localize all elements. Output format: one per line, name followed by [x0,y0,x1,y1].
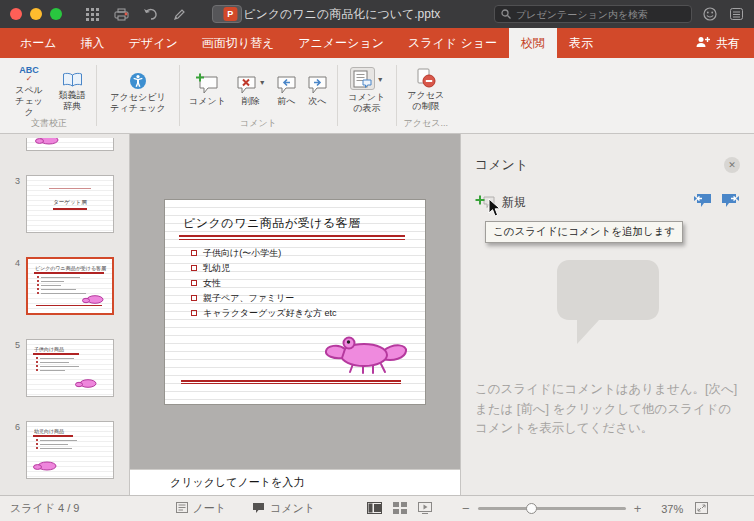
undo-icon[interactable] [142,6,158,22]
group-label-comments: コメント [184,117,333,133]
tab-slideshow[interactable]: スライド ショー [396,28,509,58]
slide-thumbnail-3[interactable]: 3 ターゲット層 [0,175,121,233]
print-icon[interactable] [113,6,129,22]
slide-bullet-list[interactable]: 子供向け(〜小学生) 乳幼児 女性 親子ペア、ファミリー キャラクターグッズ好き… [191,246,425,321]
slide-number: 4 [0,257,26,315]
normal-view-icon[interactable] [367,502,382,516]
ribbon: ABC✓ スペルチェック 類義語辞典 文書校正 [0,58,754,134]
current-slide[interactable]: ピンクのワニ商品が受ける客層 子供向け(〜小学生) 乳幼児 女性 親子ペア、ファ… [165,200,425,404]
fit-slide-to-window-icon[interactable] [695,502,708,516]
previous-comment-nav-icon[interactable] [693,193,712,212]
tab-design[interactable]: デザイン [117,28,190,58]
thumbnail-title: 幼児向け商品 [34,428,113,434]
ribbon-divider [337,65,338,126]
comments-panel-title: コメント [475,156,528,174]
thesaurus-button[interactable]: 類義語辞典 [52,63,92,112]
show-comments-icon [350,67,375,90]
add-comment-tooltip: このスライドにコメントを追加します [485,221,683,243]
new-comment-label[interactable]: 新規 [502,194,526,211]
comments-toggle[interactable]: コメント [252,501,315,516]
slide-counter: スライド 4 / 9 [10,501,80,516]
ribbon-group-show-comments: ▼ コメントの表示 [342,58,392,133]
pink-crocodile-drawing[interactable] [323,330,409,378]
comments-panel: コメント ✕ 新規 このスライド [460,134,754,495]
smiley-feedback-icon[interactable] [702,6,718,22]
bullet-item: キャラクターグッズ好きな方 etc [191,306,425,321]
ribbon-divider [396,65,397,126]
ribbon-group-access: アクセスの制限 アクセス... [401,58,451,133]
slide-sorter-view-icon[interactable] [393,502,407,516]
zoom-slider-knob[interactable] [526,503,537,514]
next-comment-icon [307,71,328,94]
powerpoint-doc-icon: P [223,7,237,21]
slide-thumbnail-5[interactable]: 5 子供向け商品 [0,339,121,397]
tab-animations[interactable]: アニメーション [286,28,396,58]
slide-canvas[interactable]: ピンクのワニ商品が受ける客層 子供向け(〜小学生) 乳幼児 女性 親子ペア、ファ… [130,134,460,469]
search-input[interactable] [516,9,685,20]
zoom-level[interactable]: 37% [653,503,683,515]
grid-icon[interactable] [84,6,100,22]
tab-view[interactable]: 表示 [557,28,605,58]
zoom-out-button[interactable]: − [462,502,470,515]
bullet-item: 女性 [191,276,425,291]
thumbnail-title: ターゲット層 [53,199,87,206]
new-comment-button[interactable]: コメント [184,69,231,107]
minimize-window-button[interactable] [30,8,42,20]
ribbon-tab-bar: ホーム 挿入 デザイン 画面切り替え アニメーション スライド ショー 校閲 表… [0,28,754,58]
previous-comment-button[interactable]: 前へ [271,69,302,107]
next-comment-button[interactable]: 次へ [302,69,333,107]
restrict-access-icon [416,65,436,88]
thumbnail-title: ピンクのワニ商品が受ける客層 [35,265,112,271]
close-window-button[interactable] [10,8,22,20]
tab-insert[interactable]: 挿入 [69,28,117,58]
share-button[interactable]: 共有 [689,28,746,58]
mouse-cursor [488,198,501,221]
slide-number: 3 [0,175,26,233]
bullet-item: 親子ペア、ファミリー [191,291,425,306]
search-field[interactable] [494,5,692,23]
bullet-item: 乳幼児 [191,261,425,276]
slide-thumbnail-pane[interactable]: 3 ターゲット層 4 ピンクのワニ商品が受ける客層 [0,134,130,495]
titlebar: ▼ P ピンクのワニの商品化について.pptx [0,0,754,28]
empty-comments-bubble-icon [553,254,663,354]
slide-bottom-rule [181,380,401,384]
delete-comment-button[interactable]: ▼ 削除 [231,69,271,107]
notes-area[interactable]: クリックしてノートを入力 [130,469,460,495]
window-controls [10,8,62,20]
pencil-icon[interactable] [171,6,187,22]
zoom-window-button[interactable] [50,8,62,20]
next-comment-nav-icon[interactable] [721,193,740,212]
pink-crocodile-mini [75,374,99,392]
ribbon-group-proofing: ABC✓ スペルチェック 類義語辞典 文書校正 [6,58,92,133]
tab-transitions[interactable]: 画面切り替え [190,28,287,58]
close-panel-icon[interactable]: ✕ [724,157,740,173]
tab-review[interactable]: 校閲 [509,28,557,58]
slide-number: 6 [0,421,26,479]
checkbox-bullet-icon [191,295,197,301]
pink-crocodile-mini [35,138,61,149]
slide-thumbnail-2-partial[interactable] [0,138,121,151]
spell-check-button[interactable]: ABC✓ スペルチェック [6,58,52,117]
spell-check-icon: ABC✓ [19,60,39,83]
delete-dropdown-caret[interactable]: ▼ [259,79,266,87]
checkbox-bullet-icon [191,265,197,271]
slide-thumbnail-4[interactable]: 4 ピンクのワニ商品が受ける客層 [0,257,121,315]
ribbon-divider [179,65,180,126]
main-content: 3 ターゲット層 4 ピンクのワニ商品が受ける客層 [0,134,754,495]
notes-toggle[interactable]: ノート [176,501,227,516]
restrict-access-button[interactable]: アクセスの制限 [401,63,451,112]
group-label-proofing: 文書校正 [6,117,92,133]
zoom-slider[interactable] [478,507,626,510]
accessibility-check-button[interactable]: アクセシビリティチェック [101,65,175,114]
show-comments-button[interactable]: ▼ コメントの表示 [342,65,392,114]
slideshow-view-icon[interactable] [418,502,432,516]
slide-title[interactable]: ピンクのワニ商品が受ける客層 [183,215,425,232]
slide-thumbnail-6[interactable]: 6 幼児向け商品 [0,421,121,479]
zoom-in-button[interactable]: + [634,502,642,515]
tab-home[interactable]: ホーム [8,28,69,58]
slide-editor: ピンクのワニ商品が受ける客層 子供向け(〜小学生) 乳幼児 女性 親子ペア、ファ… [130,134,460,495]
empty-comments-message: このスライドにコメントはありません。[次へ] または [前へ] をクリックして他… [475,380,740,438]
menu-icon[interactable] [728,6,744,22]
show-comments-caret[interactable]: ▼ [377,76,384,84]
status-bar: スライド 4 / 9 ノート コメント − [0,495,754,521]
